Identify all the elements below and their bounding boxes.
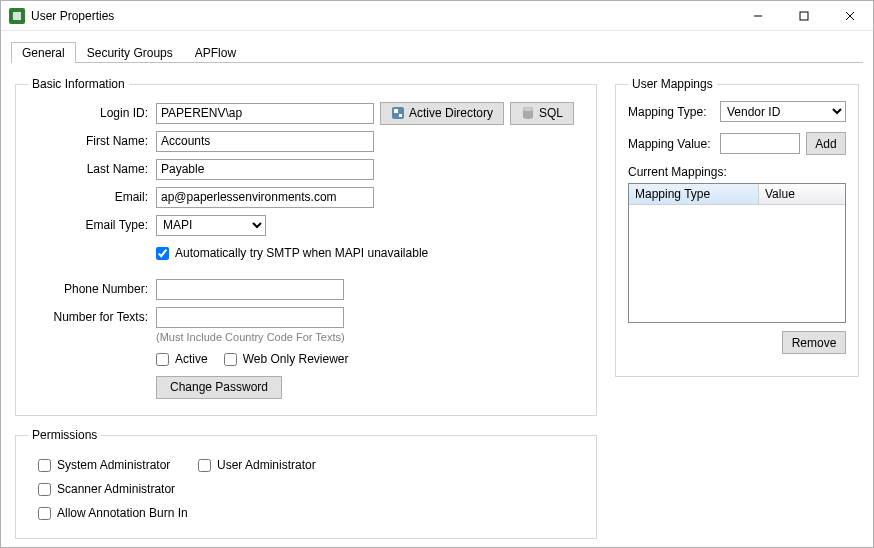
last-name-input[interactable]: [156, 159, 374, 180]
scanner-admin-label: Scanner Administrator: [57, 482, 175, 496]
web-only-label: Web Only Reviewer: [243, 352, 349, 366]
svg-rect-7: [399, 114, 402, 117]
user-admin-label: User Administrator: [217, 458, 316, 472]
active-label: Active: [175, 352, 208, 366]
smtp-auto-input[interactable]: [156, 247, 169, 260]
add-mapping-label: Add: [815, 137, 836, 151]
titlebar: User Properties: [1, 1, 873, 31]
scanner-admin-checkbox[interactable]: Scanner Administrator: [38, 482, 188, 496]
current-mappings-table[interactable]: Mapping Type Value: [628, 183, 846, 323]
user-mappings-group: User Mappings Mapping Type: Vendor ID Ma…: [615, 77, 859, 377]
texts-label: Number for Texts:: [28, 310, 156, 324]
email-input[interactable]: [156, 187, 374, 208]
sys-admin-checkbox[interactable]: System Administrator: [38, 458, 188, 472]
minimize-button[interactable]: [735, 1, 781, 31]
basic-information-group: Basic Information Login ID: Active Direc…: [15, 77, 597, 416]
mappings-col-type[interactable]: Mapping Type: [629, 184, 759, 204]
active-directory-label: Active Directory: [409, 106, 493, 120]
window-title: User Properties: [31, 9, 114, 23]
permissions-group: Permissions System Administrator User Ad…: [15, 428, 597, 539]
smtp-auto-label: Automatically try SMTP when MAPI unavail…: [175, 246, 428, 260]
remove-mapping-label: Remove: [792, 336, 837, 350]
current-mappings-label: Current Mappings:: [628, 165, 846, 179]
mapping-type-select[interactable]: Vendor ID: [720, 101, 846, 122]
first-name-label: First Name:: [28, 134, 156, 148]
texts-note: (Must Include Country Code For Texts): [156, 331, 584, 343]
database-icon: [521, 106, 535, 120]
sys-admin-label: System Administrator: [57, 458, 170, 472]
tab-apflow[interactable]: APFlow: [184, 41, 247, 63]
svg-point-9: [523, 107, 533, 111]
change-password-button[interactable]: Change Password: [156, 376, 282, 399]
svg-rect-0: [13, 12, 21, 20]
svg-rect-2: [800, 12, 808, 20]
user-admin-checkbox[interactable]: User Administrator: [198, 458, 398, 472]
svg-rect-6: [394, 109, 398, 113]
last-name-label: Last Name:: [28, 162, 156, 176]
burn-in-checkbox[interactable]: Allow Annotation Burn In: [38, 506, 188, 520]
scanner-admin-input[interactable]: [38, 483, 51, 496]
basic-information-legend: Basic Information: [28, 77, 129, 91]
change-password-label: Change Password: [170, 380, 268, 394]
mapping-value-input[interactable]: [720, 133, 800, 154]
active-input[interactable]: [156, 353, 169, 366]
tab-security-groups[interactable]: Security Groups: [76, 41, 184, 63]
add-mapping-button[interactable]: Add: [806, 132, 846, 155]
permissions-legend: Permissions: [28, 428, 101, 442]
burn-in-label: Allow Annotation Burn In: [57, 506, 188, 520]
burn-in-input[interactable]: [38, 507, 51, 520]
email-type-select[interactable]: MAPI: [156, 215, 266, 236]
web-only-input[interactable]: [224, 353, 237, 366]
sql-button[interactable]: SQL: [510, 102, 574, 125]
mapping-value-label: Mapping Value:: [628, 137, 720, 151]
phone-input[interactable]: [156, 279, 344, 300]
smtp-auto-checkbox[interactable]: Automatically try SMTP when MAPI unavail…: [156, 246, 428, 260]
maximize-button[interactable]: [781, 1, 827, 31]
sql-label: SQL: [539, 106, 563, 120]
mapping-type-label: Mapping Type:: [628, 105, 720, 119]
user-mappings-legend: User Mappings: [628, 77, 717, 91]
tab-general[interactable]: General: [11, 42, 76, 63]
close-button[interactable]: [827, 1, 873, 31]
email-type-label: Email Type:: [28, 218, 156, 232]
remove-mapping-button[interactable]: Remove: [782, 331, 846, 354]
active-directory-button[interactable]: Active Directory: [380, 102, 504, 125]
login-id-input[interactable]: [156, 103, 374, 124]
active-directory-icon: [391, 106, 405, 120]
web-only-checkbox[interactable]: Web Only Reviewer: [224, 352, 349, 366]
phone-label: Phone Number:: [28, 282, 156, 296]
app-icon: [9, 8, 25, 24]
texts-input[interactable]: [156, 307, 344, 328]
user-admin-input[interactable]: [198, 459, 211, 472]
login-id-label: Login ID:: [28, 106, 156, 120]
sys-admin-input[interactable]: [38, 459, 51, 472]
first-name-input[interactable]: [156, 131, 374, 152]
email-label: Email:: [28, 190, 156, 204]
tabstrip: General Security Groups APFlow: [1, 31, 873, 63]
active-checkbox[interactable]: Active: [156, 352, 208, 366]
mappings-col-value[interactable]: Value: [759, 184, 845, 204]
